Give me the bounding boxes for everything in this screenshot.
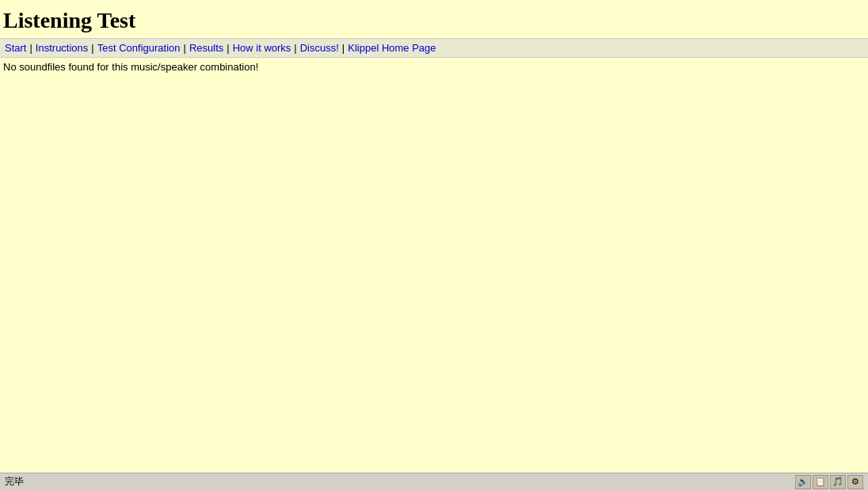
nav-separator: | — [227, 42, 229, 54]
nav-separator: | — [184, 42, 186, 54]
nav-separator: | — [294, 42, 296, 54]
nav-link-how-it-works[interactable]: How it works — [233, 42, 291, 54]
status-icon-2: 📋 — [813, 475, 828, 489]
status-icon-1: 🔊 — [795, 475, 811, 489]
nav-bar: Start | Instructions | Test Configuratio… — [0, 38, 868, 58]
status-bar-text: 完毕 — [5, 475, 24, 488]
status-bar: 完毕 🔊 📋 🎵 ⚙ — [0, 473, 868, 490]
nav-link-discuss[interactable]: Discuss! — [300, 42, 339, 54]
nav-separator: | — [342, 42, 345, 54]
status-icon-3: 🎵 — [830, 475, 846, 489]
nav-link-start[interactable]: Start — [5, 42, 26, 54]
nav-separator: | — [29, 42, 32, 54]
nav-separator: | — [91, 42, 93, 54]
nav-link-results[interactable]: Results — [189, 42, 223, 54]
nav-link-klippel-home-page[interactable]: Klippel Home Page — [348, 42, 436, 54]
status-icon-4: ⚙ — [847, 475, 863, 489]
nav-link-instructions[interactable]: Instructions — [36, 42, 88, 54]
nav-link-test-configuration[interactable]: Test Configuration — [97, 42, 181, 54]
status-bar-icons: 🔊 📋 🎵 ⚙ — [795, 475, 863, 489]
page-title: Listening Test — [0, 0, 868, 38]
status-message: No soundfiles found for this music/speak… — [3, 61, 258, 73]
main-content: No soundfiles found for this music/speak… — [0, 58, 868, 490]
